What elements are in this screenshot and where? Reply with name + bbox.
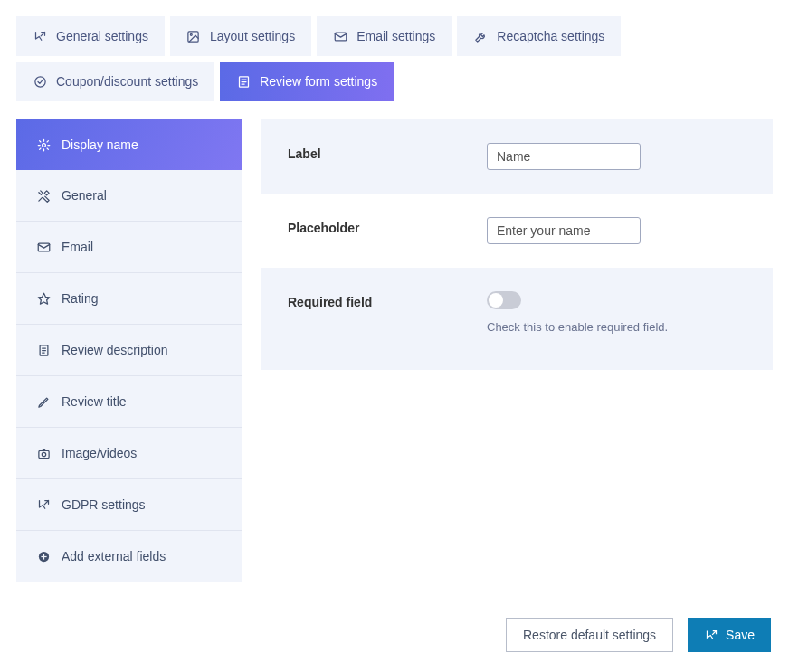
gear-icon xyxy=(36,137,51,152)
sidebar-item-label: Email xyxy=(62,240,93,254)
tab-label: Email settings xyxy=(356,29,435,43)
tab-label: Review form settings xyxy=(260,74,377,89)
main-panel: Label Placeholder Required field Check t… xyxy=(261,119,773,582)
sidebar-item-label: General xyxy=(62,188,107,203)
tab-review-form-settings[interactable]: Review form settings xyxy=(220,62,394,101)
svg-point-1 xyxy=(191,33,193,35)
tab-layout-settings[interactable]: Layout settings xyxy=(170,16,311,56)
tab-general-settings[interactable]: General settings xyxy=(16,16,165,56)
document-icon xyxy=(36,343,51,357)
field-row-placeholder: Placeholder xyxy=(261,194,773,268)
svg-point-16 xyxy=(42,452,45,456)
sidebar-item-review-title[interactable]: Review title xyxy=(16,376,242,428)
sidebar-item-general[interactable]: General xyxy=(16,170,242,222)
field-row-label: Label xyxy=(261,119,773,194)
sidebar-item-gdpr-settings[interactable]: GDPR settings xyxy=(16,479,242,531)
field-label-label: Label xyxy=(288,143,487,161)
sidebar-item-review-description[interactable]: Review description xyxy=(16,325,242,376)
sidebar-item-email[interactable]: Email xyxy=(16,222,242,273)
settings-arrow-icon xyxy=(36,497,51,512)
sidebar-item-label: Rating xyxy=(62,291,98,306)
field-row-required: Required field Check this to enable requ… xyxy=(261,268,773,370)
svg-marker-10 xyxy=(38,293,50,304)
required-help-text: Check this to enable required field. xyxy=(487,320,746,334)
restore-button-label: Restore default settings xyxy=(523,628,656,642)
tab-label: Recaptcha settings xyxy=(497,29,604,43)
restore-defaults-button[interactable]: Restore default settings xyxy=(506,618,673,652)
sidebar-item-image-videos[interactable]: Image/videos xyxy=(16,428,242,479)
sidebar-item-add-external-fields[interactable]: Add external fields xyxy=(16,531,242,582)
placeholder-input[interactable] xyxy=(487,217,641,244)
wrench-icon xyxy=(473,29,488,43)
required-toggle[interactable] xyxy=(487,291,521,309)
field-placeholder-label: Placeholder xyxy=(288,217,487,235)
svg-point-8 xyxy=(42,143,45,147)
tab-label: Layout settings xyxy=(210,29,295,43)
tab-label: General settings xyxy=(56,29,148,43)
field-required-label: Required field xyxy=(288,291,487,309)
camera-icon xyxy=(36,446,51,460)
envelope-icon xyxy=(333,29,347,43)
image-icon xyxy=(186,29,201,43)
sidebar-item-label: Review title xyxy=(62,394,127,409)
save-icon xyxy=(704,628,718,642)
settings-arrow-icon xyxy=(33,29,47,43)
tag-icon xyxy=(33,74,47,89)
sidebar-item-label: GDPR settings xyxy=(62,497,146,512)
svg-rect-15 xyxy=(38,450,48,458)
tab-email-settings[interactable]: Email settings xyxy=(317,16,452,56)
sidebar-item-label: Add external fields xyxy=(62,549,166,563)
sidebar-item-label: Review description xyxy=(62,343,168,357)
tab-coupon-discount-settings[interactable]: Coupon/discount settings xyxy=(16,62,214,101)
form-icon xyxy=(236,74,251,89)
sidebar-item-display-name[interactable]: Display name xyxy=(16,119,242,170)
tools-icon xyxy=(36,188,51,203)
footer: Restore default settings Save xyxy=(16,618,773,652)
label-input[interactable] xyxy=(487,143,641,170)
pen-icon xyxy=(36,394,51,409)
save-button[interactable]: Save xyxy=(688,618,771,652)
sidebar-item-rating[interactable]: Rating xyxy=(16,273,242,325)
sidebar: Display nameGeneralEmailRatingReview des… xyxy=(16,119,242,582)
svg-point-3 xyxy=(34,76,44,86)
envelope-icon xyxy=(36,240,51,254)
tab-recaptcha-settings[interactable]: Recaptcha settings xyxy=(457,16,621,56)
tabs-container: General settingsLayout settingsEmail set… xyxy=(16,16,773,101)
sidebar-item-label: Image/videos xyxy=(62,446,137,460)
star-icon xyxy=(36,291,51,306)
save-button-label: Save xyxy=(726,628,755,642)
tab-label: Coupon/discount settings xyxy=(56,74,198,89)
sidebar-item-label: Display name xyxy=(62,137,138,152)
plus-icon xyxy=(36,549,51,563)
